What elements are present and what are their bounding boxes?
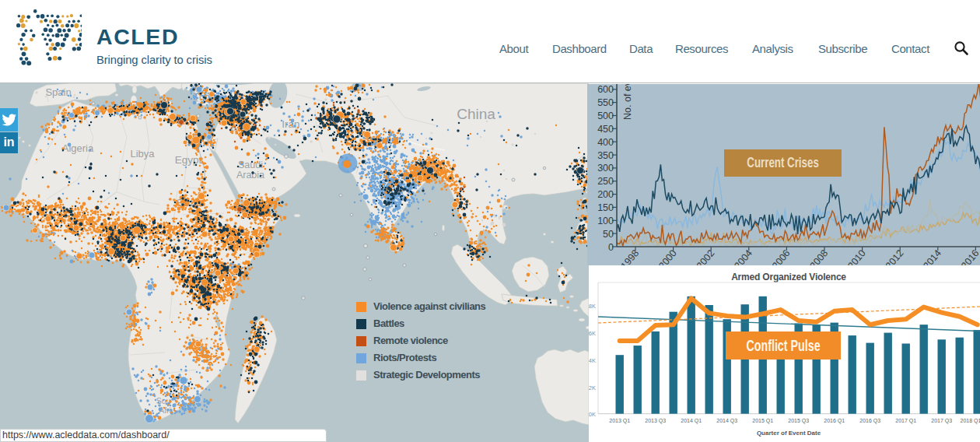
svg-text:No. of events per month: No. of events per month (622, 84, 633, 120)
svg-text:300: 300 (597, 163, 614, 174)
svg-text:China: China (457, 106, 495, 122)
svg-text:600: 600 (597, 84, 614, 95)
svg-text:Armed Organized Violence: Armed Organized Violence (731, 272, 846, 282)
svg-text:Quarter of Event Date: Quarter of Event Date (757, 430, 821, 437)
svg-text:2016 Q3: 2016 Q3 (859, 418, 880, 424)
svg-text:2017 Q3: 2017 Q3 (931, 418, 952, 424)
svg-text:250: 250 (597, 176, 614, 187)
svg-text:2013 Q1: 2013 Q1 (609, 418, 630, 424)
svg-text:2013 Q3: 2013 Q3 (645, 418, 666, 424)
svg-text:4K: 4K (589, 357, 596, 364)
svg-text:Libya: Libya (130, 148, 155, 160)
svg-text:200: 200 (597, 189, 614, 200)
svg-text:0K: 0K (589, 411, 596, 418)
svg-text:2017 Q1: 2017 Q1 (895, 418, 916, 424)
svg-text:8K: 8K (589, 303, 596, 310)
svg-text:2015 Q1: 2015 Q1 (752, 418, 773, 424)
svg-text:550: 550 (597, 97, 614, 108)
svg-text:350: 350 (597, 150, 614, 161)
svg-text:150: 150 (597, 202, 614, 213)
svg-text:450: 450 (597, 124, 614, 135)
svg-text:Algeria: Algeria (62, 142, 94, 154)
svg-text:Spain: Spain (45, 86, 71, 98)
svg-text:2014 Q3: 2014 Q3 (716, 418, 737, 424)
svg-text:0: 0 (608, 242, 614, 253)
svg-text:6K: 6K (589, 330, 596, 337)
svg-text:100: 100 (597, 216, 614, 226)
svg-text:2015 Q3: 2015 Q3 (788, 418, 809, 424)
svg-text:2K: 2K (589, 384, 596, 391)
svg-text:2014 Q1: 2014 Q1 (681, 418, 702, 424)
svg-text:400: 400 (597, 137, 614, 148)
svg-text:2018 Q1: 2018 Q1 (961, 418, 980, 424)
svg-text:2016 Q1: 2016 Q1 (824, 418, 845, 424)
svg-text:50: 50 (603, 229, 614, 240)
svg-text:Egypt: Egypt (175, 154, 202, 166)
svg-text:500: 500 (597, 110, 614, 121)
